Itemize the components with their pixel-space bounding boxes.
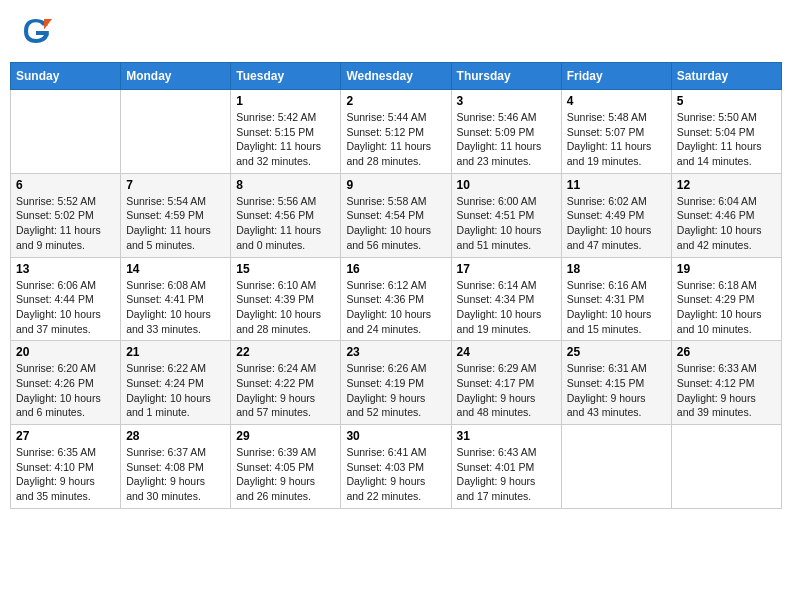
calendar-cell: 15Sunrise: 6:10 AMSunset: 4:39 PMDayligh…: [231, 257, 341, 341]
day-number: 24: [457, 345, 556, 359]
day-number: 22: [236, 345, 335, 359]
weekday-header-sunday: Sunday: [11, 63, 121, 90]
day-number: 26: [677, 345, 776, 359]
calendar-cell: 25Sunrise: 6:31 AMSunset: 4:15 PMDayligh…: [561, 341, 671, 425]
day-number: 21: [126, 345, 225, 359]
day-info: Sunrise: 5:42 AMSunset: 5:15 PMDaylight:…: [236, 110, 335, 169]
day-number: 15: [236, 262, 335, 276]
day-number: 5: [677, 94, 776, 108]
calendar-cell: 22Sunrise: 6:24 AMSunset: 4:22 PMDayligh…: [231, 341, 341, 425]
day-info: Sunrise: 5:46 AMSunset: 5:09 PMDaylight:…: [457, 110, 556, 169]
calendar-cell: 29Sunrise: 6:39 AMSunset: 4:05 PMDayligh…: [231, 425, 341, 509]
weekday-header-monday: Monday: [121, 63, 231, 90]
calendar-cell: 4Sunrise: 5:48 AMSunset: 5:07 PMDaylight…: [561, 90, 671, 174]
day-number: 27: [16, 429, 115, 443]
calendar-cell: 1Sunrise: 5:42 AMSunset: 5:15 PMDaylight…: [231, 90, 341, 174]
day-number: 7: [126, 178, 225, 192]
calendar-cell: 6Sunrise: 5:52 AMSunset: 5:02 PMDaylight…: [11, 173, 121, 257]
day-number: 3: [457, 94, 556, 108]
calendar-cell: 16Sunrise: 6:12 AMSunset: 4:36 PMDayligh…: [341, 257, 451, 341]
calendar-table: SundayMondayTuesdayWednesdayThursdayFrid…: [10, 62, 782, 509]
day-info: Sunrise: 5:52 AMSunset: 5:02 PMDaylight:…: [16, 194, 115, 253]
day-info: Sunrise: 6:18 AMSunset: 4:29 PMDaylight:…: [677, 278, 776, 337]
day-number: 18: [567, 262, 666, 276]
calendar-cell: 14Sunrise: 6:08 AMSunset: 4:41 PMDayligh…: [121, 257, 231, 341]
day-info: Sunrise: 6:35 AMSunset: 4:10 PMDaylight:…: [16, 445, 115, 504]
logo-icon: [20, 15, 52, 47]
weekday-header-wednesday: Wednesday: [341, 63, 451, 90]
calendar-header-row: SundayMondayTuesdayWednesdayThursdayFrid…: [11, 63, 782, 90]
day-number: 8: [236, 178, 335, 192]
calendar-cell: 13Sunrise: 6:06 AMSunset: 4:44 PMDayligh…: [11, 257, 121, 341]
calendar-cell: 31Sunrise: 6:43 AMSunset: 4:01 PMDayligh…: [451, 425, 561, 509]
calendar-cell: 10Sunrise: 6:00 AMSunset: 4:51 PMDayligh…: [451, 173, 561, 257]
day-info: Sunrise: 5:48 AMSunset: 5:07 PMDaylight:…: [567, 110, 666, 169]
day-info: Sunrise: 6:12 AMSunset: 4:36 PMDaylight:…: [346, 278, 445, 337]
calendar-cell: [561, 425, 671, 509]
day-number: 13: [16, 262, 115, 276]
calendar-cell: 26Sunrise: 6:33 AMSunset: 4:12 PMDayligh…: [671, 341, 781, 425]
day-info: Sunrise: 6:43 AMSunset: 4:01 PMDaylight:…: [457, 445, 556, 504]
calendar-cell: 28Sunrise: 6:37 AMSunset: 4:08 PMDayligh…: [121, 425, 231, 509]
calendar-cell: 2Sunrise: 5:44 AMSunset: 5:12 PMDaylight…: [341, 90, 451, 174]
day-info: Sunrise: 6:26 AMSunset: 4:19 PMDaylight:…: [346, 361, 445, 420]
day-number: 25: [567, 345, 666, 359]
day-number: 9: [346, 178, 445, 192]
calendar-cell: 18Sunrise: 6:16 AMSunset: 4:31 PMDayligh…: [561, 257, 671, 341]
calendar-cell: [121, 90, 231, 174]
day-number: 30: [346, 429, 445, 443]
day-info: Sunrise: 6:22 AMSunset: 4:24 PMDaylight:…: [126, 361, 225, 420]
calendar-cell: 20Sunrise: 6:20 AMSunset: 4:26 PMDayligh…: [11, 341, 121, 425]
day-number: 20: [16, 345, 115, 359]
day-info: Sunrise: 5:44 AMSunset: 5:12 PMDaylight:…: [346, 110, 445, 169]
weekday-header-saturday: Saturday: [671, 63, 781, 90]
day-number: 28: [126, 429, 225, 443]
day-number: 10: [457, 178, 556, 192]
page-header: [10, 10, 782, 52]
day-info: Sunrise: 6:04 AMSunset: 4:46 PMDaylight:…: [677, 194, 776, 253]
calendar-week-row: 13Sunrise: 6:06 AMSunset: 4:44 PMDayligh…: [11, 257, 782, 341]
calendar-week-row: 27Sunrise: 6:35 AMSunset: 4:10 PMDayligh…: [11, 425, 782, 509]
day-info: Sunrise: 5:50 AMSunset: 5:04 PMDaylight:…: [677, 110, 776, 169]
day-info: Sunrise: 6:14 AMSunset: 4:34 PMDaylight:…: [457, 278, 556, 337]
calendar-cell: 24Sunrise: 6:29 AMSunset: 4:17 PMDayligh…: [451, 341, 561, 425]
calendar-cell: [671, 425, 781, 509]
day-number: 29: [236, 429, 335, 443]
weekday-header-tuesday: Tuesday: [231, 63, 341, 90]
calendar-week-row: 6Sunrise: 5:52 AMSunset: 5:02 PMDaylight…: [11, 173, 782, 257]
calendar-cell: 17Sunrise: 6:14 AMSunset: 4:34 PMDayligh…: [451, 257, 561, 341]
calendar-cell: 19Sunrise: 6:18 AMSunset: 4:29 PMDayligh…: [671, 257, 781, 341]
day-number: 14: [126, 262, 225, 276]
weekday-header-thursday: Thursday: [451, 63, 561, 90]
day-number: 17: [457, 262, 556, 276]
day-info: Sunrise: 5:56 AMSunset: 4:56 PMDaylight:…: [236, 194, 335, 253]
day-info: Sunrise: 6:37 AMSunset: 4:08 PMDaylight:…: [126, 445, 225, 504]
calendar-cell: 23Sunrise: 6:26 AMSunset: 4:19 PMDayligh…: [341, 341, 451, 425]
calendar-cell: 3Sunrise: 5:46 AMSunset: 5:09 PMDaylight…: [451, 90, 561, 174]
day-info: Sunrise: 6:16 AMSunset: 4:31 PMDaylight:…: [567, 278, 666, 337]
calendar-cell: 21Sunrise: 6:22 AMSunset: 4:24 PMDayligh…: [121, 341, 231, 425]
day-info: Sunrise: 5:54 AMSunset: 4:59 PMDaylight:…: [126, 194, 225, 253]
calendar-cell: 8Sunrise: 5:56 AMSunset: 4:56 PMDaylight…: [231, 173, 341, 257]
calendar-cell: 11Sunrise: 6:02 AMSunset: 4:49 PMDayligh…: [561, 173, 671, 257]
day-number: 16: [346, 262, 445, 276]
weekday-header-friday: Friday: [561, 63, 671, 90]
calendar-week-row: 1Sunrise: 5:42 AMSunset: 5:15 PMDaylight…: [11, 90, 782, 174]
logo: [20, 15, 56, 47]
day-info: Sunrise: 6:41 AMSunset: 4:03 PMDaylight:…: [346, 445, 445, 504]
calendar-cell: 9Sunrise: 5:58 AMSunset: 4:54 PMDaylight…: [341, 173, 451, 257]
calendar-cell: 30Sunrise: 6:41 AMSunset: 4:03 PMDayligh…: [341, 425, 451, 509]
day-info: Sunrise: 6:00 AMSunset: 4:51 PMDaylight:…: [457, 194, 556, 253]
day-info: Sunrise: 6:33 AMSunset: 4:12 PMDaylight:…: [677, 361, 776, 420]
day-info: Sunrise: 6:10 AMSunset: 4:39 PMDaylight:…: [236, 278, 335, 337]
day-number: 2: [346, 94, 445, 108]
day-info: Sunrise: 6:29 AMSunset: 4:17 PMDaylight:…: [457, 361, 556, 420]
day-info: Sunrise: 6:31 AMSunset: 4:15 PMDaylight:…: [567, 361, 666, 420]
calendar-cell: 12Sunrise: 6:04 AMSunset: 4:46 PMDayligh…: [671, 173, 781, 257]
calendar-cell: 7Sunrise: 5:54 AMSunset: 4:59 PMDaylight…: [121, 173, 231, 257]
day-info: Sunrise: 5:58 AMSunset: 4:54 PMDaylight:…: [346, 194, 445, 253]
day-number: 4: [567, 94, 666, 108]
day-number: 31: [457, 429, 556, 443]
day-info: Sunrise: 6:02 AMSunset: 4:49 PMDaylight:…: [567, 194, 666, 253]
day-number: 11: [567, 178, 666, 192]
